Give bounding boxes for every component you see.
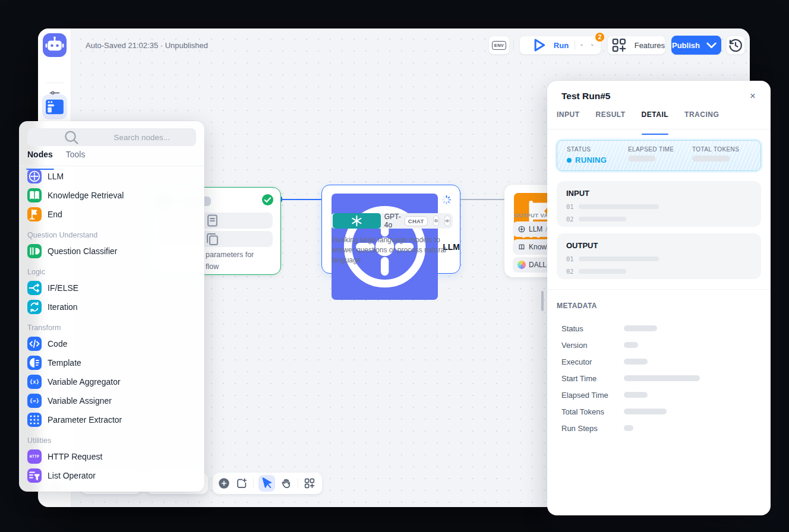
search-icon: [33, 128, 110, 146]
checklist-button[interactable]: [591, 40, 594, 50]
node-list-item-label: IF/ELSE: [48, 283, 78, 293]
clock-arrow-icon: [580, 40, 583, 50]
node-list-item-list-operator[interactable]: List Operator: [19, 466, 204, 485]
features-button[interactable]: Features: [607, 36, 665, 55]
node-list-item-code[interactable]: Code: [19, 334, 204, 353]
tab-result[interactable]: RESULT: [596, 110, 626, 129]
edge-llm-to-end[interactable]: [460, 199, 504, 200]
desktop-background: Auto-Saved 21:02:35 · Unpublished ENV Ru…: [0, 0, 789, 532]
features-grid-icon: [608, 36, 630, 54]
search-input[interactable]: [114, 133, 191, 142]
node-list-item-knowledge-retrieval[interactable]: Knowledge Retrieval: [19, 186, 204, 205]
publish-button[interactable]: Publish: [671, 36, 721, 55]
add-note-button[interactable]: [235, 477, 248, 490]
template-icon: [27, 356, 42, 370]
plus-circle-icon: [217, 477, 231, 490]
node-list-item-http-request[interactable]: HTTPHTTP Request: [19, 447, 204, 466]
knowledge-icon: [27, 188, 42, 202]
io-row: 01: [566, 255, 752, 262]
input-card: INPUT 0102: [557, 181, 761, 227]
node-list-item-template[interactable]: Template: [19, 353, 204, 372]
chat-mode-badge: CHAT: [405, 216, 428, 226]
bookdark-icon: [517, 243, 526, 251]
node-picker-panel: NodesTools LLMKnowledge RetrievalEndQues…: [19, 121, 204, 492]
node-search-box[interactable]: [27, 128, 196, 146]
robot-badge-icon: [434, 216, 438, 226]
add-node-button[interactable]: [217, 477, 231, 490]
organize-nodes-button[interactable]: [303, 477, 316, 490]
node-list-item-label: HTTP Request: [48, 452, 102, 461]
tab-tracing[interactable]: TRACING: [684, 110, 719, 129]
node-list-item-label: End: [48, 210, 62, 219]
io-row: 02: [566, 216, 752, 223]
metadata-row-label: Total Tokens: [561, 407, 624, 416]
env-button[interactable]: ENV: [488, 36, 510, 55]
close-icon[interactable]: ×: [746, 89, 760, 103]
panel-title: Test Run#5: [561, 91, 610, 102]
metadata-row: Executor: [561, 353, 756, 370]
metadata-row-label: Run Steps: [561, 424, 624, 433]
metadata-row: Total Tokens: [561, 403, 756, 420]
node-list-item-parameter-extractor[interactable]: Parameter Extractor: [19, 410, 204, 429]
robot-icon: [43, 33, 67, 57]
node-list-item-question-classifier[interactable]: Question Classifier: [19, 242, 204, 261]
value-placeholder: [579, 269, 626, 274]
sidebar-divider: [46, 83, 64, 83]
gpt-model-icon: [333, 213, 381, 229]
total-tokens-placeholder: [692, 156, 730, 162]
node-list-item-variable-aggregator[interactable]: {x}Variable Aggregator: [19, 372, 204, 391]
end-icon: [27, 207, 42, 221]
extractor-icon: [27, 413, 42, 427]
topbar-divider: [513, 40, 514, 50]
tab-nodes[interactable]: Nodes: [27, 150, 53, 166]
io-row: 01: [566, 203, 752, 210]
row-index: 02: [566, 268, 574, 275]
node-list-item-label: List Operator: [48, 471, 96, 480]
llm-node[interactable]: LLM GPT-4o CHAT Invoking large language …: [321, 185, 460, 274]
metadata-label: METADATA: [557, 302, 597, 310]
model-selector[interactable]: GPT-4o CHAT: [330, 213, 453, 229]
ifelse-icon: [27, 281, 42, 295]
sidebar-item-workflow[interactable]: [42, 94, 67, 119]
assigner-icon: {=}: [27, 394, 42, 408]
run-schedule-button[interactable]: [580, 40, 583, 50]
canvas-toolbar: [213, 473, 322, 494]
list-icon: [27, 468, 42, 483]
test-run-panel: Test Run#5 × INPUTRESULTDETAILTRACING ST…: [547, 81, 771, 515]
output-card: OUTPUT 0102: [557, 233, 761, 279]
metadata-row: Elapsed Time: [561, 387, 756, 403]
hand-mode-button[interactable]: [280, 477, 293, 490]
node-list-item-iteration[interactable]: Iteration: [19, 297, 204, 316]
metadata-row-label: Start Time: [561, 374, 624, 383]
history-icon: [727, 36, 744, 54]
node-panel-tabs: NodesTools: [19, 150, 204, 166]
edge-start-to-llm[interactable]: [281, 199, 321, 200]
run-button[interactable]: Run: [527, 33, 569, 57]
canvas-vertical-scrollbar[interactable]: [541, 291, 544, 311]
start-node-description-line: flow: [206, 262, 219, 271]
checklist-icon: [591, 40, 594, 50]
node-list-item-label: Question Classifier: [48, 246, 118, 256]
metadata-value-placeholder: [624, 375, 700, 381]
eye-icon: [445, 216, 450, 226]
dalle-icon: [517, 261, 526, 269]
node-list-item-end[interactable]: End: [19, 205, 204, 224]
node-list-item-label: Knowledge Retrieval: [48, 191, 124, 200]
node-list-item-if-else[interactable]: IF/ELSE: [19, 278, 204, 297]
tab-tools[interactable]: Tools: [66, 150, 86, 166]
pointer-mode-button[interactable]: [258, 475, 275, 492]
input-card-title: INPUT: [566, 189, 752, 198]
row-index: 01: [566, 203, 574, 210]
tab-detail[interactable]: DETAIL: [642, 110, 668, 129]
metadata-value-placeholder: [624, 359, 648, 365]
llm-icon: [27, 169, 42, 183]
app-logo[interactable]: [43, 33, 67, 57]
iteration-icon: [27, 300, 42, 314]
run-button-group: Run: [519, 36, 601, 55]
version-history-button[interactable]: [726, 36, 745, 55]
status-label: STATUS: [567, 146, 607, 153]
tab-input[interactable]: INPUT: [557, 110, 580, 129]
node-list-item-llm[interactable]: LLM: [19, 167, 204, 186]
node-list-item-variable-assigner[interactable]: {=}Variable Assigner: [19, 391, 204, 410]
metadata-value-placeholder: [624, 392, 648, 398]
